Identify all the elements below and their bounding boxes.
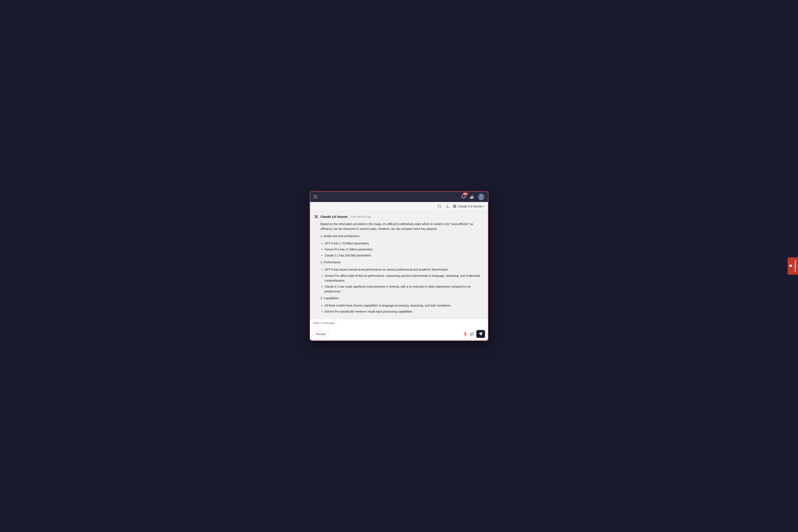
list-item: Gemini Pro offers state-of-the-art perfo… [325,273,484,283]
notification-button[interactable]: 99+ [461,194,466,200]
notification-badge: 99+ [463,192,468,195]
chat-area: ⌘ Claude 3.5 Sonnet ▾ ⌘ Claude 3.5 Sonne… [310,202,488,340]
list-item: Claude 2.1 has made significant improvem… [325,284,484,294]
messages-container[interactable]: ⌘ Claude 3.5 Sonnet a few seconds ago Ba… [310,211,488,319]
prompts-button[interactable]: Prompts [313,331,328,337]
message-input[interactable] [313,321,485,327]
hamburger-menu-button[interactable] [314,195,318,198]
model-name-label: Claude 3.5 Sonnet [458,205,482,208]
chevron-down-icon: ▾ [483,205,484,208]
list-item: All three models have diverse capabiliti… [325,303,484,308]
message-header: ⌘ Claude 3.5 Sonnet a few seconds ago [314,214,484,219]
list-item: Claude 2.1 has 200,000 parameters [325,253,484,258]
avatar[interactable] [478,193,484,200]
microphone-button[interactable] [463,332,468,336]
section-3-heading: 3. Capabilities: [320,296,484,301]
list-item: Gemini Pro has 17 billion parameters [325,247,484,252]
svg-point-2 [470,197,472,199]
navbar: 99+ [310,192,488,202]
section-3: 3. Capabilities: All three models have d… [320,296,484,314]
message-time: a few seconds ago [350,215,371,218]
navbar-left [314,195,318,198]
weather-icon [469,193,475,200]
message-sender: Claude 3.5 Sonnet [320,215,347,218]
svg-marker-10 [479,332,482,336]
input-actions [463,330,485,338]
message-body: Based on the information provided in the… [314,222,484,314]
app-window: 99+ [310,191,488,341]
section-2: 2. Performance: GPT-4 has shown human-le… [320,260,484,294]
svg-point-4 [480,195,482,197]
feedback-tab[interactable]: Feedback [787,258,798,275]
section-1-list: GPT-4 has 1.76 trillion parameters Gemin… [325,241,484,258]
send-button[interactable] [476,330,485,338]
list-item: GPT-4 has shown human-level performance … [325,267,484,272]
list-item: GPT-4 has 1.76 trillion parameters [325,241,484,246]
section-2-heading: 2. Performance: [320,260,484,265]
attachment-button[interactable] [470,332,474,336]
list-item: Gemini Pro specifically mentions visual … [325,309,484,314]
input-area: Prompts [310,319,488,340]
download-button[interactable] [445,204,450,209]
navbar-right: 99+ [461,193,484,200]
chat-toolbar: ⌘ Claude 3.5 Sonnet ▾ [310,202,488,211]
feedback-icon [789,265,792,267]
model-selector[interactable]: ⌘ Claude 3.5 Sonnet ▾ [453,204,484,209]
refresh-button[interactable] [437,204,442,209]
feedback-label: Feedback [794,260,796,272]
claude-logo-icon: ⌘ [314,214,318,219]
section-2-list: GPT-4 has shown human-level performance … [325,267,484,293]
section-3-list: All three models have diverse capabiliti… [325,303,484,314]
section-1-heading: 1. Model size and architecture: [320,234,484,239]
anthropic-logo-icon: ⌘ [453,204,457,209]
section-1: 1. Model size and architecture: GPT-4 ha… [320,234,484,258]
input-toolbar: Prompts [313,330,485,338]
message-intro: Based on the information provided in the… [320,222,484,231]
